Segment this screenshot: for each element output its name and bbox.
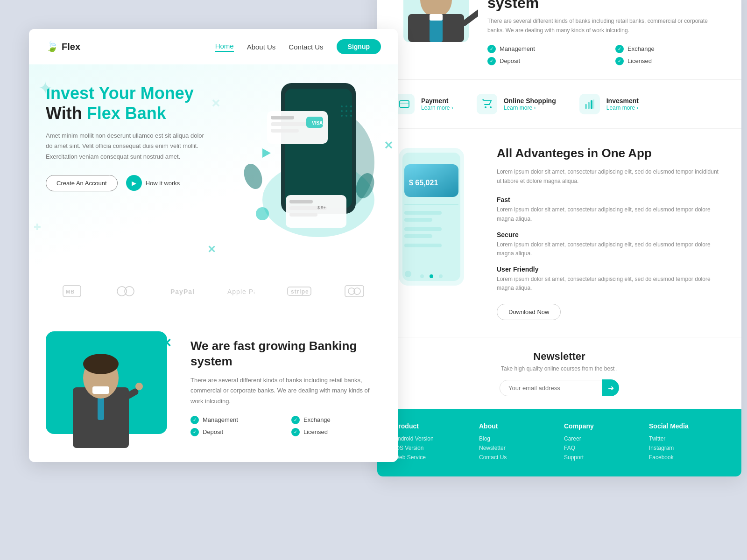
paypal-logo-icon: PayPal	[169, 286, 194, 296]
svg-point-73	[420, 274, 424, 278]
svg-point-18	[350, 105, 352, 107]
nav-home[interactable]: Home	[215, 42, 234, 52]
feature-licensed: ✓ Licensed	[291, 428, 381, 436]
svg-point-46	[135, 383, 143, 390]
footer-link-career[interactable]: Career	[564, 435, 640, 442]
partner-paypal: PayPal	[169, 286, 194, 296]
right-check-deposit: ✓	[487, 57, 496, 65]
create-account-button[interactable]: Create An Account	[46, 175, 118, 191]
footer-link-web[interactable]: Web Service	[394, 454, 470, 461]
svg-rect-68	[404, 211, 442, 215]
svg-point-32	[125, 287, 134, 296]
svg-rect-69	[404, 218, 432, 222]
right-top-desc: There are several different kinds of ban…	[487, 16, 725, 35]
service-investment-name: Invesment	[606, 97, 639, 105]
payment-icon	[399, 98, 410, 110]
check-icon-management: ✓	[190, 416, 199, 424]
logo[interactable]: 🍃 Flex	[46, 41, 80, 53]
check-icon-licensed: ✓	[291, 428, 300, 436]
app-feature-fast-desc: Lorem ipsum dolor sit amet, consectetur …	[497, 205, 725, 223]
svg-point-75	[439, 274, 443, 278]
footer-link-facebook[interactable]: Facebook	[649, 454, 725, 461]
newsletter-submit-button[interactable]: ➜	[602, 379, 619, 396]
service-shopping-info: Online Shopping Learn more ›	[504, 97, 556, 111]
nav-links: Home About Us Contact Us Signup	[215, 39, 381, 54]
banking-section: ✕ We are fast growing Banking system The…	[29, 313, 398, 462]
mb-logo-icon: MB	[62, 285, 82, 298]
nav-contact[interactable]: Contact Us	[289, 43, 323, 51]
svg-point-20	[345, 110, 347, 112]
newsletter-email-input[interactable]	[500, 380, 602, 396]
footer-link-newsletter[interactable]: Newsletter	[479, 445, 555, 451]
newsletter-section: Newsletter Take high quality online cour…	[377, 337, 741, 409]
deco-cross-banking: ✕	[162, 336, 172, 350]
applepay-logo-icon: Apple Pay	[226, 286, 254, 296]
svg-point-58	[490, 106, 492, 108]
app-feature-fast-title: Fast	[497, 196, 725, 203]
footer-link-instagram[interactable]: Instagram	[649, 445, 725, 451]
svg-point-17	[345, 105, 347, 107]
svg-rect-13	[289, 213, 317, 217]
right-top-section: ✕ system There are several different kin…	[377, 0, 741, 79]
partners-section: MB PayPal Apple Pay stripe	[29, 270, 398, 313]
svg-rect-62	[593, 99, 594, 109]
footer: Product Android Version iOS Version Web …	[377, 409, 741, 476]
banking-desc: There are several different kinds of ban…	[190, 375, 381, 406]
banker-person	[59, 327, 143, 448]
app-main-title: All Advanteges in One App	[497, 146, 725, 161]
download-now-button[interactable]: Download Now	[497, 304, 561, 320]
partner-applepay: Apple Pay	[226, 286, 254, 296]
how-it-works-label: How it works	[146, 180, 180, 187]
feature-exchange: ✓ Exchange	[291, 416, 381, 424]
footer-about-title: About	[479, 422, 555, 430]
footer-link-blog[interactable]: Blog	[479, 435, 555, 442]
feature-exchange-label: Exchange	[303, 416, 331, 423]
service-payment: Payment Learn more ›	[394, 94, 453, 114]
service-payment-link[interactable]: Learn more ›	[421, 105, 453, 111]
banking-features: ✓ Management ✓ Exchange ✓ Deposit ✓ Lice…	[190, 416, 381, 436]
service-shopping-link[interactable]: Learn more ›	[504, 105, 556, 111]
phone-mockup-svg: VISA $ 5+	[225, 69, 384, 242]
right-feature-management: ✓ Management	[487, 45, 597, 53]
footer-link-faq[interactable]: FAQ	[564, 445, 640, 451]
right-feature-licensed-label: Licensed	[627, 57, 652, 64]
right-feature-exchange-label: Exchange	[627, 45, 655, 52]
feature-deposit-label: Deposit	[203, 428, 223, 435]
footer-link-android[interactable]: Android Version	[394, 435, 470, 442]
svg-rect-44	[92, 386, 109, 394]
app-feature-friendly-desc: Lorem ipsum dolor sit amet, consectetur …	[497, 275, 725, 293]
circle-logo-icon	[114, 285, 137, 298]
signup-button[interactable]: Signup	[337, 39, 381, 54]
service-investment-link[interactable]: Learn more ›	[606, 105, 639, 111]
footer-link-support[interactable]: Support	[564, 454, 640, 461]
right-person-svg: ✕	[394, 0, 478, 42]
how-it-works-button[interactable]: ▶ How it works	[126, 175, 180, 191]
svg-point-22	[341, 115, 343, 117]
svg-point-23	[345, 115, 347, 117]
navbar: 🍃 Flex Home About Us Contact Us Signup	[29, 29, 398, 64]
hero-description: Amet minim mollit non deserunt ullamco e…	[46, 131, 204, 161]
footer-link-contact[interactable]: Contact Us	[479, 454, 555, 461]
service-shopping: Online Shopping Learn more ›	[477, 94, 556, 114]
svg-rect-37	[345, 286, 364, 297]
svg-rect-5	[271, 116, 294, 119]
svg-point-76	[405, 271, 411, 277]
right-page: ✕ system There are several different kin…	[377, 0, 741, 476]
svg-text:PayPal: PayPal	[170, 288, 194, 295]
logo-text: Flex	[62, 42, 80, 52]
banking-image: ✕	[46, 331, 176, 443]
deco-cross-3: ✚	[34, 222, 41, 232]
svg-text:$ 5+: $ 5+	[317, 205, 326, 210]
nav-about[interactable]: About Us	[247, 43, 276, 51]
footer-link-ios[interactable]: iOS Version	[394, 445, 470, 451]
right-check-management: ✓	[487, 45, 496, 53]
svg-rect-60	[588, 102, 590, 109]
banking-content: We are fast growing Banking system There…	[190, 338, 381, 436]
deco-star-1: ✦	[38, 78, 52, 98]
check-icon-exchange: ✓	[291, 416, 300, 424]
service-investment-info: Invesment Learn more ›	[606, 97, 639, 111]
partner-circle	[114, 285, 137, 298]
service-payment-info: Payment Learn more ›	[421, 97, 453, 111]
footer-link-twitter[interactable]: Twitter	[649, 435, 725, 442]
svg-text:✕: ✕	[464, 0, 472, 2]
